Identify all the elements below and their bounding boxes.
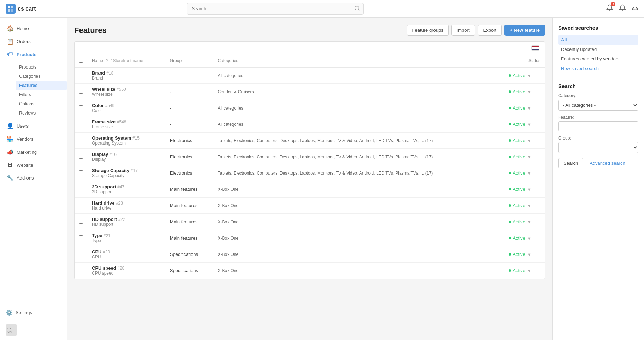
sidebar-sub-item-filters[interactable]: Filters xyxy=(16,90,67,99)
feature-groups-button[interactable]: Feature groups xyxy=(407,25,449,36)
status-badge[interactable]: Active ▼ xyxy=(509,122,540,127)
bell-icon[interactable] xyxy=(619,4,626,13)
status-dropdown-arrow[interactable]: ▼ xyxy=(527,236,531,240)
advanced-search-button[interactable]: Advanced search xyxy=(586,158,628,168)
row-checkbox-cell[interactable] xyxy=(75,198,88,214)
notifications-button[interactable]: 2 xyxy=(606,4,613,13)
row-checkbox[interactable] xyxy=(79,187,83,191)
status-dropdown-arrow[interactable]: ▼ xyxy=(527,106,531,110)
help-icon[interactable]: ? xyxy=(106,59,108,63)
feature-name[interactable]: Storage Capacity xyxy=(92,168,129,173)
row-checkbox-cell[interactable] xyxy=(75,181,88,198)
feature-name[interactable]: Operating System xyxy=(92,135,131,141)
search-icon[interactable] xyxy=(354,5,360,12)
row-checkbox[interactable] xyxy=(79,235,83,240)
status-dropdown-arrow[interactable]: ▼ xyxy=(527,171,531,175)
search-button[interactable]: Search xyxy=(558,158,583,168)
select-all-header[interactable] xyxy=(75,54,88,68)
status-badge[interactable]: Active ▼ xyxy=(509,252,540,257)
status-dropdown-arrow[interactable]: ▼ xyxy=(527,155,531,159)
sidebar-item-marketing[interactable]: 📣 Marketing xyxy=(0,146,67,159)
status-badge[interactable]: Active ▼ xyxy=(509,89,540,94)
feature-input[interactable] xyxy=(558,121,638,131)
status-dropdown-arrow[interactable]: ▼ xyxy=(527,204,531,208)
status-dropdown-arrow[interactable]: ▼ xyxy=(527,122,531,127)
status-badge[interactable]: Active ▼ xyxy=(509,73,540,78)
sidebar-item-orders[interactable]: 📋 Orders xyxy=(0,35,67,48)
feature-name[interactable]: 3D support xyxy=(92,184,116,189)
row-checkbox-cell[interactable] xyxy=(75,230,88,246)
feature-name[interactable]: Color xyxy=(92,103,104,108)
row-checkbox-cell[interactable] xyxy=(75,263,88,279)
status-dropdown-arrow[interactable]: ▼ xyxy=(527,139,531,143)
row-checkbox[interactable] xyxy=(79,170,83,175)
status-badge[interactable]: Active ▼ xyxy=(509,235,540,241)
group-select[interactable]: -- xyxy=(558,142,638,153)
saved-search-item-features-by-vendors[interactable]: Features created by vendors xyxy=(558,54,638,64)
language-flag-icon[interactable] xyxy=(531,45,539,51)
feature-name[interactable]: Frame size xyxy=(92,119,116,124)
row-checkbox[interactable] xyxy=(79,154,83,159)
status-badge[interactable]: Active ▼ xyxy=(509,170,540,176)
row-checkbox-cell[interactable] xyxy=(75,214,88,230)
row-checkbox-cell[interactable] xyxy=(75,68,88,84)
status-badge[interactable]: Active ▼ xyxy=(509,154,540,159)
sidebar-item-home[interactable]: 🏠 Home xyxy=(0,22,67,35)
sidebar-item-users[interactable]: 👤 Users xyxy=(0,119,67,133)
sidebar-item-website[interactable]: 🖥 Website xyxy=(0,159,67,171)
status-badge[interactable]: Active ▼ xyxy=(509,138,540,143)
row-checkbox[interactable] xyxy=(79,203,83,207)
row-checkbox-cell[interactable] xyxy=(75,133,88,149)
saved-search-item-all[interactable]: All xyxy=(558,35,638,45)
row-checkbox[interactable] xyxy=(79,138,83,142)
new-feature-button[interactable]: + New feature xyxy=(504,25,545,36)
sidebar-item-addons[interactable]: 🔧 Add-ons xyxy=(0,171,67,184)
row-checkbox[interactable] xyxy=(79,73,83,77)
row-checkbox-cell[interactable] xyxy=(75,100,88,116)
row-checkbox[interactable] xyxy=(79,219,83,224)
status-badge[interactable]: Active ▼ xyxy=(509,219,540,224)
status-badge[interactable]: Active ▼ xyxy=(509,203,540,208)
search-input[interactable] xyxy=(187,3,364,15)
status-badge[interactable]: Active ▼ xyxy=(509,187,540,192)
sidebar-sub-item-reviews[interactable]: Reviews xyxy=(16,109,67,118)
status-badge[interactable]: Active ▼ xyxy=(509,105,540,111)
row-checkbox[interactable] xyxy=(79,252,83,256)
row-checkbox-cell[interactable] xyxy=(75,84,88,100)
saved-search-item-new-saved-search[interactable]: New saved search xyxy=(558,64,638,73)
sidebar-item-products[interactable]: 🏷 Products xyxy=(0,48,67,61)
sidebar-settings[interactable]: ⚙️ Settings xyxy=(0,305,67,320)
row-checkbox[interactable] xyxy=(79,268,83,272)
sidebar-sub-item-options[interactable]: Options xyxy=(16,99,67,109)
feature-name[interactable]: CPU xyxy=(92,249,101,254)
status-dropdown-arrow[interactable]: ▼ xyxy=(527,187,531,192)
category-select[interactable]: - All categories - xyxy=(558,100,638,111)
row-checkbox[interactable] xyxy=(79,89,83,94)
import-button[interactable]: Import xyxy=(451,25,475,36)
feature-name[interactable]: Brand xyxy=(92,70,105,76)
sidebar-avatar-item[interactable]: CSCART xyxy=(0,320,67,340)
sidebar-sub-item-products[interactable]: Products xyxy=(16,63,67,72)
sidebar-sub-item-features[interactable]: Features xyxy=(16,81,67,90)
saved-search-item-recently-updated[interactable]: Recently updated xyxy=(558,45,638,54)
status-dropdown-arrow[interactable]: ▼ xyxy=(527,252,531,257)
status-dropdown-arrow[interactable]: ▼ xyxy=(527,220,531,224)
row-checkbox-cell[interactable] xyxy=(75,116,88,133)
row-checkbox-cell[interactable] xyxy=(75,246,88,263)
row-checkbox-cell[interactable] xyxy=(75,165,88,181)
row-checkbox[interactable] xyxy=(79,105,83,110)
feature-name[interactable]: HD support xyxy=(92,217,117,222)
feature-name[interactable]: Wheel size xyxy=(92,87,115,92)
sidebar-item-vendors[interactable]: 🏪 Vendors xyxy=(0,133,67,146)
aa-button[interactable]: AA xyxy=(632,6,638,11)
select-all-checkbox[interactable] xyxy=(79,58,83,63)
status-dropdown-arrow[interactable]: ▼ xyxy=(527,269,531,273)
feature-name[interactable]: Hard drive xyxy=(92,200,114,206)
status-dropdown-arrow[interactable]: ▼ xyxy=(527,90,531,94)
feature-name[interactable]: Type xyxy=(92,233,102,238)
sidebar-sub-item-categories[interactable]: Categories xyxy=(16,72,67,81)
logo[interactable]: cs cart xyxy=(6,4,66,14)
status-dropdown-arrow[interactable]: ▼ xyxy=(527,74,531,78)
row-checkbox[interactable] xyxy=(79,122,83,126)
feature-name[interactable]: Display xyxy=(92,152,108,157)
